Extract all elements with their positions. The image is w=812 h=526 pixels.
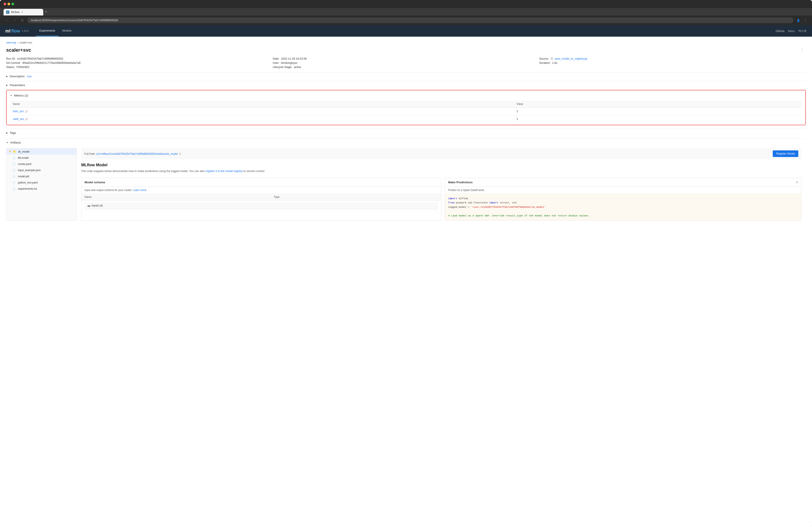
minimize-button[interactable]	[8, 3, 10, 5]
artifacts-content: ▼ 📁 sk_model 📄 MLmodel 📄 conda.yaml	[6, 148, 806, 221]
tab-title: MLflow	[11, 11, 19, 14]
code-logged-model: logged_model =	[448, 205, 471, 209]
artifact-detail-panel: Full Path: s3://mlflow/1/e1d3d07f042547f…	[77, 148, 806, 221]
schema-col-name: Name	[82, 194, 271, 200]
make-predictions-panel: Make Predictions ⎘ Predict on a Spark Da…	[445, 178, 801, 221]
app-nav: mlflow 1.30.0 Experiments Models GitHub …	[0, 25, 812, 37]
tab-favicon: M	[6, 11, 9, 14]
chart-icon-1: 📈	[25, 118, 28, 120]
full-path-container: Full Path: s3://mlflow/1/e1d3d07f042547f…	[84, 152, 181, 155]
nav-docs[interactable]: Docs	[788, 29, 795, 33]
traffic-lights	[3, 3, 14, 5]
tab-close-icon[interactable]: ✕	[21, 11, 23, 14]
sk-model-label: sk_model	[18, 150, 29, 153]
file-icon-conda: 📄	[13, 163, 16, 166]
code-block: import mlflow from pyspark.sql.functions…	[445, 194, 801, 221]
profile-icon[interactable]: 👤	[795, 17, 801, 24]
new-tab-button[interactable]: +	[43, 8, 49, 15]
description-label: Description	[10, 75, 25, 78]
run-details: Run ID: e1d3d07f042547fab7c90f9df8009283…	[6, 57, 806, 69]
predict-spark-subtitle: Predict on a Spark DataFrame:	[445, 187, 801, 194]
copy-path-icon[interactable]: ⎘	[179, 152, 181, 155]
artifacts-header[interactable]: ▼ Artifacts	[6, 139, 806, 146]
tree-item-requirements[interactable]: 📄 requirements.txt	[6, 186, 76, 192]
schema-inputs-header[interactable]: ▬ Inputs (4)	[85, 202, 438, 209]
metrics-col-name: Name	[10, 101, 514, 108]
logo-flow: flow	[11, 28, 20, 33]
valid-acc-label: valid_acc	[13, 117, 24, 120]
description-edit-link[interactable]: Edit	[27, 75, 31, 78]
predict-spark-label: Predict on a Spark DataFrame:	[448, 188, 484, 192]
tags-header[interactable]: ▶ Tags	[6, 129, 806, 137]
tree-item-input-example[interactable]: 📄 input_example.json	[6, 167, 76, 173]
main-content: new-exp › scaler+svc scaler+svc ⋮ Run ID…	[0, 37, 812, 226]
user-label: User:	[273, 61, 279, 65]
code-line-1: import mlflow	[448, 196, 798, 201]
predict-title: Make Predictions	[448, 181, 473, 184]
folder-icon: ▼	[9, 150, 12, 153]
learn-more-link[interactable]: Learn more	[133, 188, 146, 192]
parameters-header[interactable]: ▶ Parameters	[6, 81, 806, 89]
register-model-button[interactable]: Register Model	[773, 151, 798, 157]
nav-models[interactable]: Models	[59, 25, 75, 37]
tags-label: Tags	[10, 131, 16, 134]
metrics-section-box: ▼ Metrics (2) Name Value	[6, 90, 806, 125]
tree-item-model-pkl[interactable]: 📄 model.pkl	[6, 173, 76, 180]
breadcrumb-separator: ›	[17, 41, 18, 44]
valid-acc-link[interactable]: valid_acc 📈	[13, 117, 511, 120]
user-avatar[interactable]: 게스트	[798, 29, 807, 33]
code-text-1: mlflow	[459, 197, 468, 200]
run-id-row: Run ID: e1d3d07f042547fab7c90f9df8009283	[6, 57, 273, 60]
page-title-row: scaler+svc ⋮	[6, 47, 806, 54]
tree-item-conda[interactable]: 📄 conda.yaml	[6, 161, 76, 167]
conda-label: conda.yaml	[18, 162, 31, 166]
model-pkl-label: model.pkl	[18, 175, 29, 178]
refresh-button[interactable]: ↻	[19, 17, 26, 24]
schema-table: Name Type ▬	[82, 194, 441, 211]
user-value: kimdonghyun	[281, 61, 298, 65]
browser-window: M MLflow ✕ + ← → ↻ 👤 ⋮ mlflow 1.30.0 Exp…	[0, 0, 812, 526]
nav-github[interactable]: GitHub	[775, 29, 784, 33]
close-button[interactable]	[3, 3, 6, 5]
browser-tab[interactable]: M MLflow ✕	[3, 9, 43, 15]
file-icon-requirements: 📄	[13, 187, 16, 190]
maximize-button[interactable]	[12, 3, 14, 5]
tab-bar: M MLflow ✕ +	[0, 8, 812, 15]
metrics-header[interactable]: ▼ Metrics (2)	[10, 92, 802, 99]
menu-icon[interactable]: ⋮	[802, 17, 809, 24]
artifacts-chevron: ▼	[6, 142, 9, 144]
code-line-4	[448, 209, 798, 214]
breadcrumb-parent[interactable]: new-exp	[6, 41, 16, 44]
address-bar: ← → ↻ 👤 ⋮	[0, 15, 812, 25]
tree-item-mlmodel[interactable]: 📄 MLmodel	[6, 155, 76, 161]
forward-button[interactable]: →	[12, 17, 18, 24]
address-input[interactable]	[27, 17, 794, 23]
artifacts-section: ▼ Artifacts ▼ 📁 sk_model 📄 MLmodel	[6, 139, 806, 221]
description-header[interactable]: ▶ Description Edit	[6, 72, 806, 80]
registry-link[interactable]: register it to the model registry	[206, 170, 243, 173]
nav-experiments[interactable]: Experiments	[36, 25, 59, 37]
valid-acc-value: 1	[514, 115, 802, 123]
predict-copy-icon[interactable]: ⎘	[796, 181, 798, 184]
artifact-desc-end: to version control	[243, 170, 264, 173]
date-row: Date: 2022-11-29 16:22:09	[273, 57, 539, 60]
date-label: Date:	[273, 57, 279, 60]
lifecycle-label: Lifecycle Stage:	[273, 66, 292, 69]
python-env-label: python_env.yaml	[18, 181, 38, 184]
source-value[interactable]: save_model_to_registry.py	[554, 57, 587, 60]
back-button[interactable]: ←	[3, 17, 10, 24]
predict-header: Make Predictions ⎘	[445, 178, 801, 187]
artifact-title: MLflow Model	[81, 163, 801, 167]
input-example-label: input_example.json	[18, 169, 41, 172]
file-icon-python-env: 📄	[13, 181, 16, 184]
mlmodel-label: MLmodel	[18, 156, 29, 159]
train-acc-link[interactable]: train_acc 📈	[13, 110, 511, 113]
description-section: ▶ Description Edit	[6, 72, 806, 80]
page-menu-button[interactable]: ⋮	[798, 47, 806, 54]
tree-item-python-env[interactable]: 📄 python_env.yaml	[6, 180, 76, 186]
source-row: Source: 🗒 save_model_to_registry.py	[539, 57, 806, 60]
requirements-label: requirements.txt	[18, 187, 37, 190]
date-value: 2022-11-29 16:22:09	[281, 57, 307, 60]
tree-item-sk-model[interactable]: ▼ 📁 sk_model	[6, 148, 76, 155]
parameters-label: Parameters	[10, 84, 25, 87]
